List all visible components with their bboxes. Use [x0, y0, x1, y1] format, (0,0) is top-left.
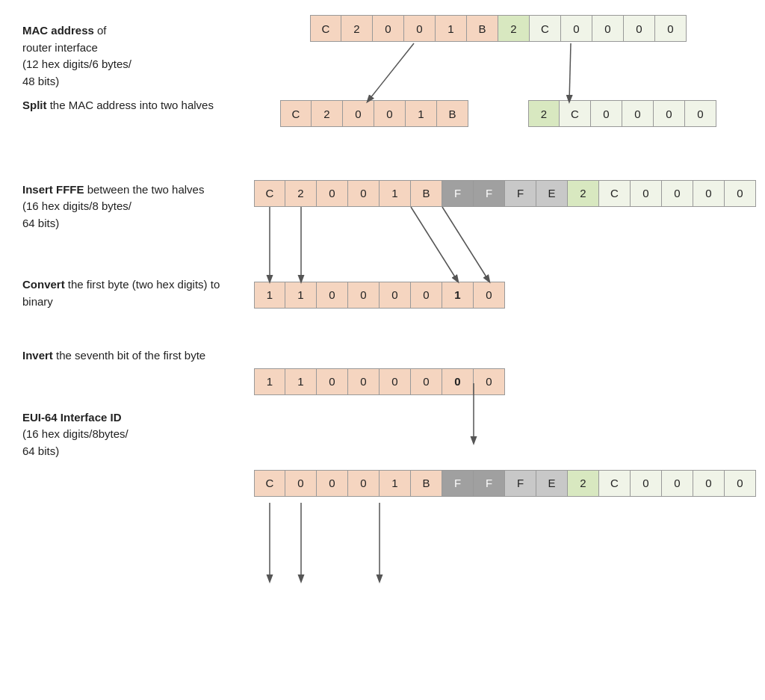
insert-text1: between the two halves	[84, 183, 205, 196]
mac-digits: (12 hex digits/6 bytes/	[22, 58, 131, 70]
inv-7: 0	[474, 368, 505, 395]
section-main: Insert FFFE between the two halves (16 h…	[22, 167, 743, 497]
convert-label: Convert the first byte (two hex digits) …	[22, 276, 247, 310]
right-cell-1: C	[560, 100, 591, 127]
fffe-4: 1	[380, 180, 411, 207]
mac-diagram-col: C 2 0 0 1 B 2 C 0 0 0 0	[254, 15, 743, 127]
invert-text: the seventh bit of the first byte	[53, 349, 205, 362]
mac-cell-6: 2	[498, 15, 530, 42]
eui-5: B	[411, 470, 442, 497]
mac-cell-7: C	[530, 15, 561, 42]
bin-0: 1	[254, 282, 285, 309]
svg-line-0	[368, 43, 414, 102]
split-text: the MAC address into two halves	[47, 99, 214, 111]
fffe-1: 2	[285, 180, 317, 207]
eui-0: C	[254, 470, 285, 497]
bin-5: 0	[411, 282, 442, 309]
eui-label: EUI-64 Interface ID (16 hex digits/8byte…	[22, 409, 247, 460]
mac-cell-8: 0	[561, 15, 592, 42]
eui-9: E	[536, 470, 568, 497]
fffe-2: 0	[317, 180, 348, 207]
left-cell-4: 1	[406, 100, 437, 127]
left-text-all: Insert FFFE between the two halves (16 h…	[22, 167, 254, 497]
fffe-10: 2	[568, 180, 599, 207]
binary-row: 1 1 0 0 0 0 1 0	[254, 282, 756, 309]
fffe-3: 0	[348, 180, 380, 207]
convert-text1: the first byte (two hex digits) to	[65, 278, 220, 291]
eui-1: 0	[285, 470, 317, 497]
eui-8: F	[505, 470, 536, 497]
fffe-12: 0	[631, 180, 662, 207]
mac-right-row: 2 C 0 0 0 0	[528, 100, 716, 127]
eui-row: C 0 0 0 1 B F F F E 2 C 0 0 0 0	[254, 470, 756, 497]
mac-bold: MAC address	[22, 24, 94, 37]
eui-14: 0	[693, 470, 725, 497]
inv-6: 0	[442, 368, 474, 395]
insert-label: Insert FFFE between the two halves (16 h…	[22, 167, 247, 232]
main-arrows-svg	[254, 167, 756, 497]
mac-text-col: MAC address of router interface (12 hex …	[22, 15, 254, 90]
svg-line-4	[411, 207, 458, 282]
bin-4: 0	[380, 282, 411, 309]
svg-line-5	[442, 207, 489, 282]
eui-6: F	[442, 470, 474, 497]
inverted-row: 1 1 0 0 0 0 0 0	[254, 368, 756, 395]
bin-7: 0	[474, 282, 505, 309]
eui-11: C	[599, 470, 631, 497]
inv-1: 1	[285, 368, 317, 395]
left-cell-3: 0	[374, 100, 406, 127]
split-text-col: Split the MAC address into two halves	[22, 90, 254, 114]
mac-cell-5: B	[467, 15, 498, 42]
right-cell-2: 0	[591, 100, 622, 127]
inv-0: 1	[254, 368, 285, 395]
eui-text2: 64 bits)	[22, 445, 59, 457]
eui-text1: (16 hex digits/8bytes/	[22, 427, 128, 440]
inv-4: 0	[380, 368, 411, 395]
mac-full-row: C 2 0 0 1 B 2 C 0 0 0 0	[310, 15, 687, 42]
bin-3: 0	[348, 282, 380, 309]
right-cell-3: 0	[622, 100, 654, 127]
fffe-7: F	[474, 180, 505, 207]
bin-1: 1	[285, 282, 317, 309]
mac-diagram: C 2 0 0 1 B 2 C 0 0 0 0	[280, 15, 716, 127]
convert-text2: binary	[22, 295, 53, 308]
insert-bold: Insert FFFE	[22, 183, 84, 196]
gap1	[22, 144, 743, 167]
eui-15: 0	[725, 470, 756, 497]
bin-6: 1	[442, 282, 474, 309]
eui-3: 0	[348, 470, 380, 497]
fffe-13: 0	[662, 180, 693, 207]
inv-2: 0	[317, 368, 348, 395]
eui-13: 0	[662, 470, 693, 497]
fffe-0: C	[254, 180, 285, 207]
mac-cell-9: 0	[592, 15, 624, 42]
bin-2: 0	[317, 282, 348, 309]
eui-10: 2	[568, 470, 599, 497]
inv-5: 0	[411, 368, 442, 395]
left-cell-1: 2	[312, 100, 343, 127]
insert-text3: 64 bits)	[22, 217, 59, 229]
left-cell-0: C	[280, 100, 312, 127]
inv-3: 0	[348, 368, 380, 395]
mac-label: MAC address of router interface (12 hex …	[22, 22, 247, 90]
eui-7: F	[474, 470, 505, 497]
split-label: Split the MAC address into two halves	[22, 97, 247, 114]
fffe-5: B	[411, 180, 442, 207]
eui-4: 1	[380, 470, 411, 497]
fffe-6: F	[442, 180, 474, 207]
fffe-11: C	[599, 180, 631, 207]
insert-text2: (16 hex digits/8 bytes/	[22, 199, 131, 212]
mac-cell-1: 2	[341, 15, 373, 42]
mac-cell-10: 0	[624, 15, 655, 42]
mac-cell-3: 0	[404, 15, 436, 42]
right-diagram-all: C 2 0 0 1 B F F F E 2 C 0 0 0 0 1 1	[254, 167, 756, 497]
mac-cell-4: 1	[436, 15, 467, 42]
left-cell-5: B	[437, 100, 468, 127]
fffe-8: F	[505, 180, 536, 207]
svg-line-1	[569, 43, 571, 102]
left-cell-2: 0	[343, 100, 374, 127]
mac-bits: 48 bits)	[22, 75, 59, 87]
split-halves: C 2 0 0 1 B 2 C 0 0 0 0	[280, 100, 716, 127]
mac-router: router interface	[22, 41, 98, 54]
right-cell-0: 2	[528, 100, 560, 127]
